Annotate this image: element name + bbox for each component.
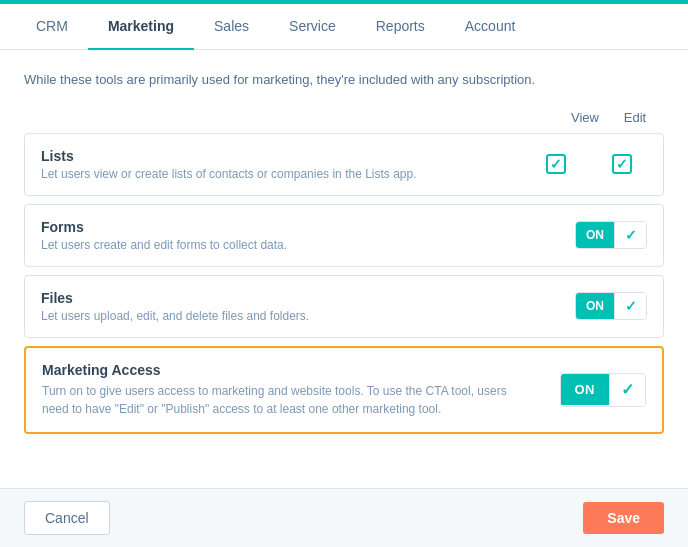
lists-view-checkbox-wrapper: ✓ bbox=[531, 154, 581, 174]
lists-info: Lists Let users view or create lists of … bbox=[41, 148, 531, 181]
forms-toggle-on[interactable]: ON bbox=[576, 222, 614, 248]
description-text: While these tools are primarily used for… bbox=[24, 70, 664, 90]
marketing-access-desc: Turn on to give users access to marketin… bbox=[42, 382, 532, 418]
lists-edit-checkbox[interactable]: ✓ bbox=[612, 154, 632, 174]
files-desc: Let users upload, edit, and delete files… bbox=[41, 309, 575, 323]
cancel-button[interactable]: Cancel bbox=[24, 501, 110, 535]
files-info: Files Let users upload, edit, and delete… bbox=[41, 290, 575, 323]
files-title: Files bbox=[41, 290, 575, 306]
files-toggle-combo[interactable]: ON ✓ bbox=[575, 292, 647, 320]
footer: Cancel Save bbox=[0, 488, 688, 547]
tab-sales[interactable]: Sales bbox=[194, 4, 269, 50]
lists-controls: ✓ ✓ bbox=[531, 154, 647, 174]
tab-marketing[interactable]: Marketing bbox=[88, 4, 194, 50]
marketing-access-title: Marketing Access bbox=[42, 362, 532, 378]
files-toggle-on[interactable]: ON bbox=[576, 293, 614, 319]
forms-permission-row: Forms Let users create and edit forms to… bbox=[24, 204, 664, 267]
marketing-access-check-icon: ✓ bbox=[621, 382, 634, 398]
forms-title: Forms bbox=[41, 219, 575, 235]
main-content: While these tools are primarily used for… bbox=[0, 50, 688, 547]
marketing-access-row: Marketing Access Turn on to give users a… bbox=[24, 346, 664, 434]
marketing-access-control[interactable]: ON ✓ bbox=[560, 373, 647, 407]
lists-edit-checkmark: ✓ bbox=[616, 157, 628, 171]
marketing-access-info: Marketing Access Turn on to give users a… bbox=[42, 362, 532, 418]
forms-check-icon: ✓ bbox=[625, 228, 637, 242]
tabs-bar: CRM Marketing Sales Service Reports Acco… bbox=[0, 4, 688, 50]
edit-header-label: Edit bbox=[610, 110, 660, 125]
save-button[interactable]: Save bbox=[583, 502, 664, 534]
files-controls: ON ✓ bbox=[575, 292, 647, 320]
files-toggle-check[interactable]: ✓ bbox=[614, 293, 646, 319]
lists-desc: Let users view or create lists of contac… bbox=[41, 167, 531, 181]
tab-account[interactable]: Account bbox=[445, 4, 536, 50]
marketing-access-check[interactable]: ✓ bbox=[609, 374, 645, 406]
lists-edit-checkbox-wrapper: ✓ bbox=[597, 154, 647, 174]
tab-service[interactable]: Service bbox=[269, 4, 356, 50]
files-permission-row: Files Let users upload, edit, and delete… bbox=[24, 275, 664, 338]
tab-crm[interactable]: CRM bbox=[16, 4, 88, 50]
permissions-header: View Edit bbox=[24, 110, 664, 125]
forms-desc: Let users create and edit forms to colle… bbox=[41, 238, 575, 252]
lists-view-checkbox[interactable]: ✓ bbox=[546, 154, 566, 174]
view-header-label: View bbox=[560, 110, 610, 125]
files-check-icon: ✓ bbox=[625, 299, 637, 313]
forms-info: Forms Let users create and edit forms to… bbox=[41, 219, 575, 252]
lists-view-checkmark: ✓ bbox=[550, 157, 562, 171]
forms-toggle-combo[interactable]: ON ✓ bbox=[575, 221, 647, 249]
marketing-access-toggle-on[interactable]: ON bbox=[561, 374, 610, 405]
forms-toggle-check[interactable]: ✓ bbox=[614, 222, 646, 248]
lists-title: Lists bbox=[41, 148, 531, 164]
forms-controls: ON ✓ bbox=[575, 221, 647, 249]
lists-permission-row: Lists Let users view or create lists of … bbox=[24, 133, 664, 196]
main-container: CRM Marketing Sales Service Reports Acco… bbox=[0, 4, 688, 547]
tab-reports[interactable]: Reports bbox=[356, 4, 445, 50]
